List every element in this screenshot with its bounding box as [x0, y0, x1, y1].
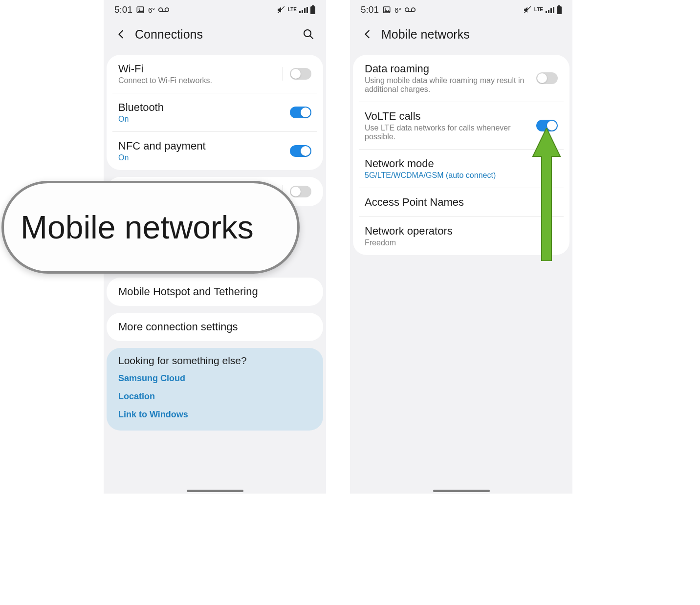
picture-icon [136, 5, 145, 14]
svg-rect-23 [553, 7, 554, 13]
divider [283, 67, 283, 81]
row-bluetooth[interactable]: Bluetooth On [112, 93, 317, 131]
search-button[interactable] [300, 25, 317, 43]
status-temp: 6° [148, 6, 155, 14]
row-title: Access Point Names [365, 196, 558, 209]
screen-header: Mobile networks [350, 20, 572, 49]
svg-rect-10 [312, 5, 314, 6]
row-title: Bluetooth [118, 101, 290, 114]
svg-rect-9 [306, 7, 308, 13]
row-more-settings[interactable]: More connection settings [107, 313, 323, 341]
group-more: More connection settings [107, 313, 323, 341]
signal-icon [546, 6, 554, 13]
link-samsung-cloud[interactable]: Samsung Cloud [107, 369, 323, 388]
svg-marker-26 [533, 128, 560, 261]
svg-point-1 [138, 8, 140, 10]
row-sub: Use LTE data networks for calls whenever… [365, 124, 536, 141]
row-sub: Using mobile data while roaming may resu… [365, 76, 536, 94]
svg-rect-24 [558, 5, 560, 6]
row-sub: On [118, 115, 290, 124]
callout-bubble: Mobile networks [1, 181, 300, 274]
flight-toggle[interactable] [290, 186, 311, 197]
group-hotspot: Mobile Hotspot and Tethering [107, 278, 323, 306]
bluetooth-toggle[interactable] [290, 107, 311, 118]
svg-point-3 [165, 8, 169, 12]
status-bar: 5:01 6° LTE [104, 0, 326, 20]
svg-rect-20 [546, 11, 547, 13]
row-sub: Freedom [365, 238, 558, 247]
svg-point-15 [385, 8, 386, 10]
signal-icon [299, 6, 308, 13]
arrow-up-icon [532, 128, 561, 263]
row-title: Mobile Hotspot and Tethering [118, 285, 311, 298]
net-label: LTE [534, 7, 543, 12]
battery-icon [310, 5, 315, 14]
status-time: 5:01 [114, 4, 132, 15]
group-looking-else: Looking for something else? Samsung Clou… [107, 348, 323, 431]
svg-rect-8 [304, 8, 306, 13]
link-link-to-windows[interactable]: Link to Windows [107, 406, 323, 431]
nav-handle[interactable] [433, 490, 490, 492]
svg-point-16 [405, 8, 409, 12]
row-sub: 5G/LTE/WCDMA/GSM (auto connect) [365, 171, 558, 180]
nfc-toggle[interactable] [290, 145, 311, 157]
screen-title: Connections [135, 27, 203, 42]
nav-handle[interactable] [187, 490, 243, 492]
row-title: NFC and payment [118, 140, 290, 152]
link-location[interactable]: Location [107, 388, 323, 406]
battery-icon [557, 5, 562, 14]
svg-line-13 [310, 36, 313, 39]
svg-rect-11 [310, 6, 315, 14]
svg-rect-22 [550, 8, 552, 13]
row-hotspot[interactable]: Mobile Hotspot and Tethering [107, 278, 323, 306]
screen-title: Mobile networks [381, 27, 470, 42]
row-nfc[interactable]: NFC and payment On [112, 131, 317, 170]
voicemail-icon [158, 7, 169, 13]
svg-point-17 [412, 8, 416, 12]
row-title: Data roaming [365, 63, 536, 75]
svg-rect-25 [557, 6, 562, 14]
row-title: Network operators [365, 225, 558, 238]
svg-point-2 [159, 8, 163, 12]
svg-rect-21 [548, 10, 549, 13]
net-label: LTE [288, 7, 297, 12]
back-button[interactable] [112, 25, 130, 43]
back-button[interactable] [359, 25, 376, 43]
callout-text: Mobile networks [21, 209, 254, 246]
row-title: Wi-Fi [118, 63, 283, 75]
mute-icon [523, 5, 532, 14]
screen-header: Connections [104, 20, 326, 49]
wifi-toggle[interactable] [290, 68, 311, 80]
looking-title: Looking for something else? [107, 348, 323, 369]
status-time: 5:01 [361, 4, 379, 15]
svg-rect-7 [302, 10, 303, 13]
svg-rect-6 [299, 11, 301, 13]
row-title: Network mode [365, 157, 558, 170]
row-wifi[interactable]: Wi-Fi Connect to Wi-Fi networks. [107, 55, 323, 93]
status-bar: 5:01 6° LTE [350, 0, 572, 20]
picture-icon [382, 5, 391, 14]
row-title: VoLTE calls [365, 110, 536, 123]
row-title: More connection settings [118, 321, 311, 333]
mute-icon [277, 5, 285, 14]
row-sub: On [118, 153, 290, 162]
row-data-roaming[interactable]: Data roaming Using mobile data while roa… [353, 55, 569, 102]
group-connections-main: Wi-Fi Connect to Wi-Fi networks. Bluetoo… [107, 55, 323, 170]
roaming-toggle[interactable] [536, 72, 558, 84]
status-temp: 6° [394, 6, 401, 14]
voicemail-icon [405, 7, 416, 13]
row-sub: Connect to Wi-Fi networks. [118, 76, 283, 85]
